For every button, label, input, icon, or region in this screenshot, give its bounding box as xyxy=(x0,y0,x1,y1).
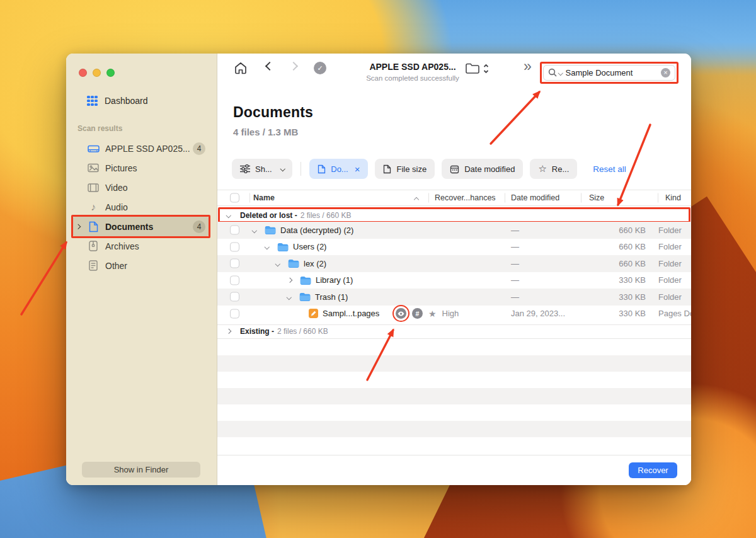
sidebar-item-label: Documents xyxy=(105,222,153,232)
row-disclosure-chevron[interactable] xyxy=(287,294,292,299)
chevron-right-icon xyxy=(289,62,298,71)
search-input[interactable]: Sample Document × xyxy=(543,65,675,81)
show-filter-button[interactable]: Sh... xyxy=(232,159,292,179)
table-row-sample-file[interactable]: Sampl...t.pages # ★ High Jan 29, 2023...… xyxy=(217,306,691,323)
column-divider xyxy=(249,193,250,203)
group-chevron-icon[interactable] xyxy=(226,329,231,334)
reset-all-link[interactable]: Reset all xyxy=(593,164,626,174)
minimize-window-button[interactable] xyxy=(93,69,101,77)
folder-icon xyxy=(300,276,311,285)
group-row-existing[interactable]: Existing - 2 files / 660 KB xyxy=(217,324,691,339)
main-panel: ✓ APPLE SSD AP025... Scan completed succ… xyxy=(217,54,691,485)
recovery-star-icon: ★ xyxy=(428,309,437,319)
search-value: Sample Document xyxy=(566,68,662,77)
column-header-kind[interactable]: Kind xyxy=(665,193,681,202)
group-meta: 2 files / 660 KB xyxy=(277,327,328,336)
row-checkbox[interactable] xyxy=(230,242,239,251)
row-checkbox[interactable] xyxy=(230,226,239,235)
column-header-date[interactable]: Date modified xyxy=(511,193,559,202)
select-all-checkbox[interactable] xyxy=(230,193,239,203)
empty-rows-area xyxy=(217,339,691,453)
row-checkbox[interactable] xyxy=(230,309,239,318)
zoom-window-button[interactable] xyxy=(106,69,115,77)
forward-button[interactable] xyxy=(290,63,297,69)
clear-search-button[interactable]: × xyxy=(661,68,670,77)
sliders-icon xyxy=(240,164,250,173)
date-modified-filter-button[interactable]: Date modified xyxy=(442,159,523,179)
sidebar-item-dashboard[interactable]: Dashboard xyxy=(71,91,210,110)
pages-file-icon xyxy=(309,309,318,318)
table-row[interactable]: Users (2) — 660 KB Folder xyxy=(217,239,691,256)
cell-date: — xyxy=(511,275,519,285)
cell-date: Jan 29, 2023... xyxy=(511,309,565,318)
window-controls xyxy=(79,69,115,77)
sidebar-item-audio[interactable]: ♪ Audio xyxy=(71,197,210,217)
cell-size: 330 KB xyxy=(619,275,646,285)
cell-kind: Pages Document xyxy=(658,309,691,318)
dashboard-grid-icon xyxy=(87,96,98,106)
home-button[interactable] xyxy=(234,61,248,74)
dashboard-label: Dashboard xyxy=(105,96,148,106)
column-divider xyxy=(428,193,429,203)
back-button[interactable] xyxy=(266,63,273,69)
table-row[interactable]: lex (2) — 660 KB Folder xyxy=(217,255,691,272)
row-disclosure-chevron[interactable] xyxy=(287,278,292,283)
search-scope-chevron-icon[interactable] xyxy=(558,71,563,76)
table-row[interactable]: Trash (1) — 330 KB Folder xyxy=(217,289,691,306)
group-label: Deleted or lost - xyxy=(240,211,297,220)
sidebar: Dashboard Scan results APPLE SSD AP025..… xyxy=(66,54,217,485)
hex-id-button[interactable]: # xyxy=(412,308,423,319)
cell-date: — xyxy=(511,292,519,302)
results-table: Name Recover...hances Date modified Size… xyxy=(217,190,691,453)
disclosure-chevron-icon[interactable] xyxy=(76,224,81,229)
row-disclosure-chevron[interactable] xyxy=(275,261,280,266)
preview-eye-button[interactable] xyxy=(396,308,406,319)
sort-ascending-icon[interactable] xyxy=(414,197,419,202)
remove-filter-icon[interactable]: × xyxy=(355,164,360,174)
recover-button[interactable]: Recover xyxy=(629,462,677,478)
sidebar-item-other[interactable]: Other xyxy=(71,256,210,275)
cell-size: 330 KB xyxy=(619,309,646,318)
sidebar-item-archives[interactable]: Archives xyxy=(71,236,210,256)
column-header-name[interactable]: Name xyxy=(253,193,275,202)
show-in-finder-button[interactable]: Show in Finder xyxy=(82,462,200,478)
file-name: Library (1) xyxy=(316,275,353,285)
sidebar-item-pictures[interactable]: Pictures xyxy=(71,158,210,178)
search-icon xyxy=(548,68,558,77)
cell-kind: Folder xyxy=(658,259,682,268)
file-name: Sampl...t.pages xyxy=(323,309,379,318)
group-chevron-icon[interactable] xyxy=(226,213,231,218)
close-window-button[interactable] xyxy=(79,69,87,77)
row-disclosure-chevron[interactable] xyxy=(265,244,270,249)
column-divider xyxy=(505,193,505,203)
file-size-filter-label: File size xyxy=(396,164,427,174)
toolbar-overflow-button[interactable]: » xyxy=(524,58,532,75)
sidebar-item-video[interactable]: Video xyxy=(71,178,210,197)
file-name: Data (decrypted) (2) xyxy=(280,226,353,235)
cell-kind: Folder xyxy=(658,292,682,302)
table-row[interactable]: Data (decrypted) (2) — 660 KB Folder xyxy=(217,222,691,239)
group-row-deleted[interactable]: Deleted or lost - 2 files / 660 KB xyxy=(217,209,691,222)
column-divider xyxy=(581,193,581,203)
documents-filter-label: Do... xyxy=(331,164,348,174)
column-header-recovery[interactable]: Recover...hances xyxy=(435,193,496,202)
table-row[interactable]: Library (1) — 330 KB Folder xyxy=(217,272,691,289)
row-disclosure-chevron[interactable] xyxy=(252,227,257,232)
sidebar-item-documents[interactable]: Documents 4 xyxy=(71,217,210,236)
column-divider xyxy=(658,193,658,203)
file-size-filter-button[interactable]: File size xyxy=(375,159,435,179)
audio-icon: ♪ xyxy=(87,202,100,213)
documents-filter-chip[interactable]: Do... × xyxy=(309,159,368,179)
annotation-box-search: Sample Document × xyxy=(540,62,679,84)
count-badge: 4 xyxy=(193,142,205,155)
cell-size: 660 KB xyxy=(619,259,646,268)
sidebar-item-label: Pictures xyxy=(105,163,137,173)
session-switcher-button[interactable] xyxy=(465,61,490,76)
sidebar-item-drive[interactable]: APPLE SSD AP025... 4 xyxy=(71,139,210,158)
row-checkbox[interactable] xyxy=(230,259,239,268)
column-header-size[interactable]: Size xyxy=(589,193,604,202)
recovery-chances-filter-button[interactable]: ☆ Re... xyxy=(530,159,577,179)
row-checkbox[interactable] xyxy=(230,292,239,302)
calendar-icon xyxy=(450,164,459,174)
row-checkbox[interactable] xyxy=(230,275,239,285)
